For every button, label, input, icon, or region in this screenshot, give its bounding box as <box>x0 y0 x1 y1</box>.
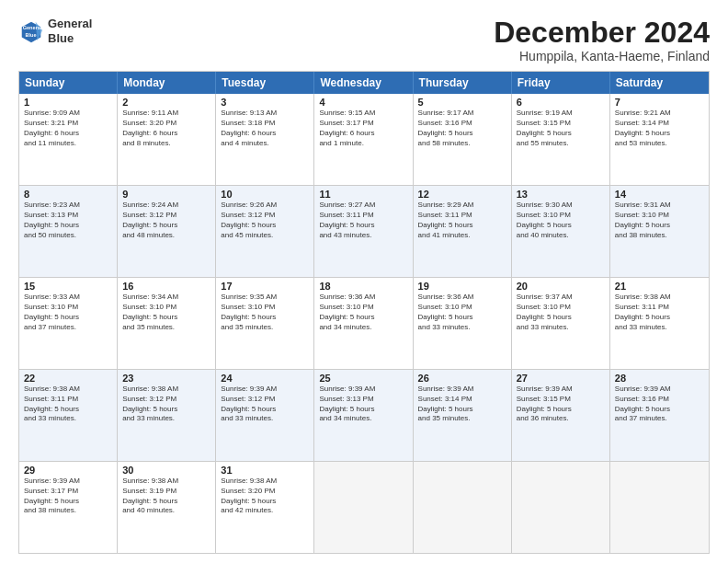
cell-info-line: Sunrise: 9:39 AM <box>319 385 407 395</box>
cell-info-line: Daylight: 5 hours <box>24 405 112 415</box>
cell-info-line: Sunrise: 9:39 AM <box>221 385 309 395</box>
day-number: 27 <box>517 373 605 384</box>
cell-info-line: Sunrise: 9:35 AM <box>221 293 309 303</box>
cell-info-line: Sunrise: 9:09 AM <box>24 109 112 119</box>
cell-info-line: Sunrise: 9:23 AM <box>24 201 112 211</box>
logo-line1: General <box>48 17 92 31</box>
cell-info-line: Sunset: 3:12 PM <box>122 395 210 405</box>
day-number: 6 <box>517 97 605 108</box>
cell-info-line: Daylight: 5 hours <box>418 405 506 415</box>
cell-info-line: and 33 minutes. <box>221 414 309 424</box>
day-cell-30: 30Sunrise: 9:38 AMSunset: 3:19 PMDayligh… <box>118 462 216 553</box>
day-cell-31: 31Sunrise: 9:38 AMSunset: 3:20 PMDayligh… <box>216 462 314 553</box>
cell-info-line: Sunset: 3:19 PM <box>122 487 210 497</box>
day-cell-9: 9Sunrise: 9:24 AMSunset: 3:12 PMDaylight… <box>118 186 216 277</box>
cell-info-line: and 33 minutes. <box>418 323 506 333</box>
header-day-monday: Monday <box>118 72 216 94</box>
logo-icon: General Blue <box>18 18 44 44</box>
cell-info-line: Daylight: 5 hours <box>615 129 704 139</box>
cell-info-line: Sunrise: 9:15 AM <box>319 109 407 119</box>
cell-info-line: and 45 minutes. <box>221 231 309 241</box>
cell-info-line: Sunset: 3:20 PM <box>122 119 210 129</box>
cell-info-line: Daylight: 5 hours <box>517 313 605 323</box>
cell-info-line: Sunrise: 9:39 AM <box>418 385 506 395</box>
day-number: 16 <box>122 281 210 292</box>
cell-info-line: Sunset: 3:16 PM <box>418 119 506 129</box>
cell-info-line: Sunrise: 9:36 AM <box>418 293 506 303</box>
cell-info-line: Sunset: 3:17 PM <box>319 119 407 129</box>
cell-info-line: Sunset: 3:11 PM <box>319 211 407 221</box>
day-cell-29: 29Sunrise: 9:39 AMSunset: 3:17 PMDayligh… <box>19 462 118 553</box>
cell-info-line: Sunrise: 9:39 AM <box>615 385 704 395</box>
day-number: 23 <box>122 373 210 384</box>
cell-info-line: Sunrise: 9:37 AM <box>517 293 605 303</box>
day-number: 1 <box>24 97 112 108</box>
day-cell-15: 15Sunrise: 9:33 AMSunset: 3:10 PMDayligh… <box>19 278 118 369</box>
cell-info-line: and 43 minutes. <box>319 231 407 241</box>
cell-info-line: and 42 minutes. <box>221 506 309 516</box>
cell-info-line: Sunset: 3:20 PM <box>221 487 309 497</box>
cell-info-line: Daylight: 5 hours <box>221 405 309 415</box>
day-cell-3: 3Sunrise: 9:13 AMSunset: 3:18 PMDaylight… <box>216 94 314 185</box>
cell-info-line: Sunrise: 9:38 AM <box>221 477 309 487</box>
cell-info-line: Daylight: 5 hours <box>24 313 112 323</box>
day-cell-28: 28Sunrise: 9:39 AMSunset: 3:16 PMDayligh… <box>610 370 709 461</box>
cell-info-line: and 1 minute. <box>319 139 407 149</box>
cell-info-line: and 37 minutes. <box>615 414 704 424</box>
day-number: 11 <box>319 189 407 200</box>
day-number: 15 <box>24 281 112 292</box>
day-number: 21 <box>615 281 704 292</box>
cell-info-line: Sunset: 3:15 PM <box>517 119 605 129</box>
day-cell-22: 22Sunrise: 9:38 AMSunset: 3:11 PMDayligh… <box>19 370 118 461</box>
day-number: 22 <box>24 373 112 384</box>
cell-info-line: Sunrise: 9:21 AM <box>615 109 704 119</box>
cell-info-line: Sunrise: 9:13 AM <box>221 109 309 119</box>
calendar-row-3: 15Sunrise: 9:33 AMSunset: 3:10 PMDayligh… <box>19 277 709 369</box>
cell-info-line: Daylight: 5 hours <box>122 497 210 507</box>
header: General Blue General Blue December 2024 … <box>18 17 710 63</box>
day-number: 20 <box>517 281 605 292</box>
header-day-wednesday: Wednesday <box>314 72 413 94</box>
day-number: 24 <box>221 373 309 384</box>
cell-info-line: Sunset: 3:13 PM <box>24 211 112 221</box>
day-cell-24: 24Sunrise: 9:39 AMSunset: 3:12 PMDayligh… <box>216 370 314 461</box>
cell-info-line: Daylight: 5 hours <box>418 221 506 231</box>
cell-info-line: Daylight: 5 hours <box>319 221 407 231</box>
day-cell-19: 19Sunrise: 9:36 AMSunset: 3:10 PMDayligh… <box>414 278 512 369</box>
title-area: December 2024 Humppila, Kanta-Haeme, Fin… <box>494 17 710 63</box>
day-number: 5 <box>418 97 506 108</box>
cell-info-line: Sunrise: 9:26 AM <box>221 201 309 211</box>
cell-info-line: Sunset: 3:12 PM <box>221 395 309 405</box>
header-day-friday: Friday <box>512 72 610 94</box>
month-title: December 2024 <box>494 17 710 49</box>
day-cell-6: 6Sunrise: 9:19 AMSunset: 3:15 PMDaylight… <box>512 94 610 185</box>
cell-info-line: Daylight: 5 hours <box>517 129 605 139</box>
cell-info-line: and 53 minutes. <box>615 139 704 149</box>
cell-info-line: Sunrise: 9:17 AM <box>418 109 506 119</box>
cell-info-line: Daylight: 5 hours <box>615 221 704 231</box>
cell-info-line: Sunset: 3:11 PM <box>24 395 112 405</box>
cell-info-line: and 55 minutes. <box>517 139 605 149</box>
cell-info-line: Daylight: 5 hours <box>122 405 210 415</box>
cell-info-line: and 38 minutes. <box>615 231 704 241</box>
cell-info-line: and 33 minutes. <box>517 323 605 333</box>
cell-info-line: Daylight: 5 hours <box>319 405 407 415</box>
cell-info-line: and 40 minutes. <box>517 231 605 241</box>
cell-info-line: Sunset: 3:21 PM <box>24 119 112 129</box>
day-cell-21: 21Sunrise: 9:38 AMSunset: 3:11 PMDayligh… <box>610 278 709 369</box>
day-cell-23: 23Sunrise: 9:38 AMSunset: 3:12 PMDayligh… <box>118 370 216 461</box>
cell-info-line: Sunset: 3:14 PM <box>615 119 704 129</box>
cell-info-line: Sunset: 3:10 PM <box>517 303 605 313</box>
cell-info-line: Sunset: 3:17 PM <box>24 487 112 497</box>
day-number: 14 <box>615 189 704 200</box>
day-cell-20: 20Sunrise: 9:37 AMSunset: 3:10 PMDayligh… <box>512 278 610 369</box>
cell-info-line: Daylight: 5 hours <box>122 221 210 231</box>
cell-info-line: Sunset: 3:10 PM <box>122 303 210 313</box>
cell-info-line: Sunrise: 9:39 AM <box>24 477 112 487</box>
cell-info-line: and 35 minutes. <box>122 323 210 333</box>
empty-cell <box>610 462 709 553</box>
cell-info-line: Sunrise: 9:27 AM <box>319 201 407 211</box>
cell-info-line: Sunset: 3:10 PM <box>517 211 605 221</box>
logo: General Blue General Blue <box>18 17 92 45</box>
calendar-row-5: 29Sunrise: 9:39 AMSunset: 3:17 PMDayligh… <box>19 461 709 553</box>
